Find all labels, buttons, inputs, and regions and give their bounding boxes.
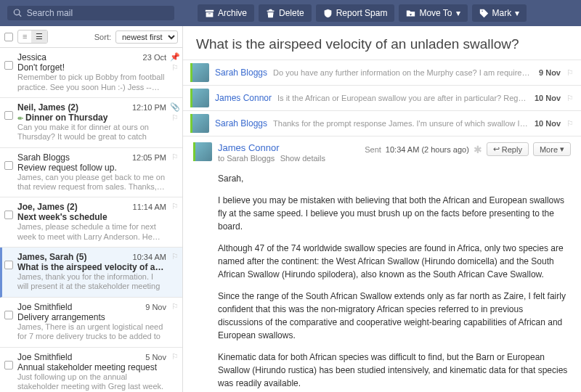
messages-scroll[interactable]: Jessica23 OctDon't forget!Remember to pi… [0, 48, 182, 392]
message-date: 10:34 AM [133, 253, 166, 261]
pin-icon[interactable]: 📌 [170, 52, 180, 62]
message-date: 12:10 PM [132, 103, 166, 112]
thread-row[interactable]: Sarah BloggsDo you have any further info… [183, 60, 581, 85]
search-input[interactable] [27, 8, 168, 18]
more-button[interactable]: More▾ [533, 142, 571, 156]
avatar [190, 114, 209, 133]
archive-icon [205, 9, 214, 18]
message-date: 5 Nov [145, 353, 166, 362]
message-from: Joe Smithfield [17, 352, 72, 362]
message-checkbox[interactable] [4, 111, 13, 120]
message-from: Joe, James (2) [17, 202, 78, 212]
star-icon[interactable]: ✱ [474, 144, 482, 155]
message-preview: Can you make it for dinner at ours on Th… [17, 123, 166, 143]
list-header: ≡ ☰ Sort: newest first [0, 26, 182, 48]
conversation-title: What is the airspeed velocity of an unla… [183, 26, 581, 60]
message-preview: Just following up on the annual stakehol… [17, 372, 166, 393]
list-view-icon[interactable]: ☰ [31, 30, 47, 43]
expanded-from[interactable]: James Connor [218, 142, 359, 153]
message-from: James, Sarah (5) [17, 252, 86, 262]
view-toggle[interactable]: ≡ ☰ [17, 30, 48, 44]
avatar [193, 142, 212, 161]
reply-icon: ↩ [493, 144, 500, 154]
sent-label: Sent [365, 145, 381, 154]
delete-button[interactable]: Delete [259, 4, 312, 22]
thread-date: 10 Nov [535, 119, 561, 128]
chevron-down-icon: ▾ [560, 144, 564, 154]
sort-select[interactable]: newest first [115, 30, 178, 44]
flag-icon[interactable]: ⚐ [171, 352, 179, 362]
move-to-button[interactable]: Move To ▾ [399, 4, 467, 22]
select-all-checkbox[interactable] [4, 33, 13, 41]
mark-label: Mark [492, 8, 512, 18]
message-row[interactable]: Joe Smithfield5 NovAnnual stakeholder me… [0, 348, 182, 393]
topbar: Archive Delete Report Spam Move To ▾ Mar… [0, 0, 581, 26]
message-checkbox[interactable] [4, 361, 13, 369]
reply-button[interactable]: ↩Reply [487, 142, 529, 156]
message-preview: James, can you please get back to me on … [17, 173, 166, 193]
attachment-icon: 📎 [170, 102, 180, 112]
message-row[interactable]: Neil, James (2)12:10 PM↞Dinner on Thursd… [0, 98, 182, 148]
thread-from: Sarah Bloggs [215, 68, 267, 78]
message-subject: ↞Dinner on Thursday [17, 113, 166, 123]
message-checkbox[interactable] [4, 61, 13, 70]
message-checkbox[interactable] [4, 161, 13, 170]
flag-icon[interactable]: ⚐ [566, 94, 574, 103]
message-row[interactable]: James, Sarah (5)10:34 AMWhat is the airs… [0, 248, 182, 298]
message-from: Neil, James (2) [17, 102, 78, 113]
thread-from: Sarah Bloggs [215, 118, 267, 128]
message-subject: Annual stakeholder meeting request [17, 362, 166, 372]
flag-icon[interactable]: ⚐ [171, 252, 179, 261]
message-subject: What is the airspeed velocity of a… [17, 262, 166, 272]
archive-button[interactable]: Archive [198, 4, 254, 22]
message-subject: Review request follow up. [17, 163, 166, 173]
thread-from: James Connor [215, 93, 272, 103]
message-from: Jessica [17, 52, 46, 62]
sort-label: Sort: [94, 33, 111, 41]
flag-icon[interactable]: ⚐ [566, 68, 574, 78]
thread-row[interactable]: Sarah BloggsThanks for the prompt respon… [183, 110, 581, 136]
expanded-to: to Sarah Bloggs [218, 154, 275, 163]
email-body: Sarah, I believe you may be mistaken wit… [193, 163, 571, 392]
message-row[interactable]: Sarah Bloggs12:05 PMReview request follo… [0, 148, 182, 198]
flag-icon[interactable]: ⚐ [171, 302, 179, 311]
message-time: 10:34 AM (2 hours ago) [386, 145, 469, 154]
flag-icon[interactable]: ⚐ [171, 63, 179, 73]
message-preview: James, There is an urgent logistical nee… [17, 322, 166, 343]
trash-icon [266, 9, 275, 18]
tag-icon [479, 9, 489, 18]
avatar [190, 63, 209, 82]
message-checkbox[interactable] [4, 261, 13, 269]
search-wrap[interactable] [7, 6, 174, 20]
show-details-link[interactable]: Show details [280, 154, 325, 163]
thread-preview: Do you have any further information on t… [273, 68, 533, 77]
flag-icon[interactable]: ⚐ [171, 202, 179, 211]
flag-icon[interactable]: ⚐ [171, 113, 179, 123]
message-list-pane: ≡ ☰ Sort: newest first Jessica23 OctDon'… [0, 26, 183, 392]
message-row[interactable]: Joe, James (2)11:14 AMNext week's schedu… [0, 197, 182, 248]
mark-button[interactable]: Mark ▾ [472, 4, 527, 22]
archive-label: Archive [218, 8, 247, 18]
message-subject: Next week's schedule [17, 212, 166, 222]
thread-preview: Is it the African or European swallow yo… [277, 94, 529, 102]
report-spam-button[interactable]: Report Spam [316, 4, 395, 22]
shield-icon [323, 9, 333, 18]
reading-pane: What is the airspeed velocity of an unla… [183, 26, 581, 392]
message-from: Sarah Bloggs [17, 152, 70, 163]
flag-icon[interactable]: ⚐ [566, 119, 574, 128]
message-date: 11:14 AM [133, 203, 166, 211]
chevron-down-icon: ▾ [456, 8, 460, 18]
thread-row[interactable]: James ConnorIs it the African or Europea… [183, 85, 581, 110]
message-row[interactable]: Jessica23 OctDon't forget!Remember to pi… [0, 48, 182, 98]
search-icon [13, 8, 23, 18]
avatar [190, 89, 209, 107]
thread-preview: Thanks for the prompt response James. I'… [273, 119, 529, 128]
flag-icon[interactable]: ⚐ [171, 152, 179, 162]
message-subject: Don't forget! [17, 62, 166, 73]
message-checkbox[interactable] [4, 311, 13, 319]
message-row[interactable]: Joe Smithfield9 NovDelivery arrangements… [0, 298, 182, 348]
move-to-label: Move To [419, 8, 452, 18]
compact-view-icon[interactable]: ≡ [18, 30, 31, 43]
thread-date: 9 Nov [539, 68, 561, 77]
message-checkbox[interactable] [4, 211, 13, 219]
